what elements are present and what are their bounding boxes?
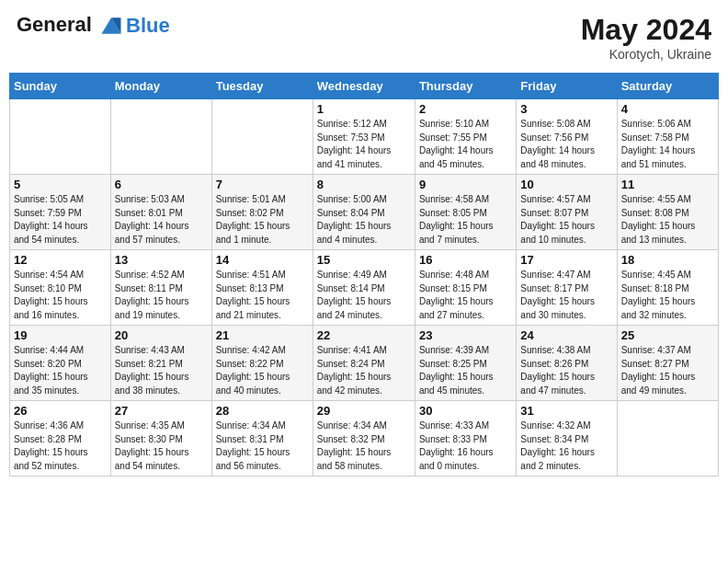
calendar-cell: 11Sunrise: 4:55 AMSunset: 8:08 PMDayligh… [617,175,718,250]
day-of-week-header: Friday [517,74,617,99]
day-of-week-header: Wednesday [313,74,415,99]
calendar-cell: 16Sunrise: 4:48 AMSunset: 8:15 PMDayligh… [415,250,516,326]
calendar-cell: 30Sunrise: 4:33 AMSunset: 8:33 PMDayligh… [415,401,516,477]
day-number: 30 [419,404,512,418]
day-info: Sunrise: 5:00 AMSunset: 8:04 PMDaylight:… [317,193,411,247]
day-number: 17 [520,253,612,267]
calendar-cell: 24Sunrise: 4:38 AMSunset: 8:26 PMDayligh… [517,326,617,401]
day-info: Sunrise: 4:37 AMSunset: 8:27 PMDaylight:… [621,344,714,397]
calendar-cell: 31Sunrise: 4:32 AMSunset: 8:34 PMDayligh… [517,401,617,477]
calendar-cell [211,99,313,175]
day-number: 25 [621,328,714,342]
day-number: 18 [621,253,714,267]
location-subtitle: Korotych, Ukraine [581,47,711,62]
day-info: Sunrise: 4:45 AMSunset: 8:18 PMDaylight:… [621,269,714,322]
logo-blue-text: Blue [126,14,170,37]
day-number: 20 [115,328,208,342]
day-number: 9 [419,178,512,191]
calendar-body: 1Sunrise: 5:12 AMSunset: 7:53 PMDaylight… [10,99,719,477]
day-number: 8 [317,178,411,191]
day-number: 19 [14,328,107,342]
day-of-week-header: Monday [110,74,211,99]
day-number: 27 [115,404,208,418]
day-number: 23 [419,328,512,342]
day-info: Sunrise: 5:08 AMSunset: 7:56 PMDaylight:… [520,118,612,171]
day-number: 14 [216,253,309,267]
day-number: 29 [317,404,411,418]
calendar-cell: 10Sunrise: 4:57 AMSunset: 8:07 PMDayligh… [517,175,617,250]
calendar-table: SundayMondayTuesdayWednesdayThursdayFrid… [9,73,719,477]
day-number: 4 [621,102,714,116]
calendar-cell: 5Sunrise: 5:05 AMSunset: 7:59 PMDaylight… [10,175,111,250]
logo-icon [98,13,124,39]
day-number: 13 [115,253,208,267]
title-block: May 2024 Korotych, Ukraine [581,13,711,62]
calendar-cell: 26Sunrise: 4:36 AMSunset: 8:28 PMDayligh… [10,401,111,477]
calendar-cell: 8Sunrise: 5:00 AMSunset: 8:04 PMDaylight… [313,175,415,250]
day-info: Sunrise: 5:01 AMSunset: 8:02 PMDaylight:… [216,193,309,247]
day-info: Sunrise: 4:55 AMSunset: 8:08 PMDaylight:… [621,193,714,247]
day-info: Sunrise: 4:51 AMSunset: 8:13 PMDaylight:… [216,269,309,322]
calendar-cell: 17Sunrise: 4:47 AMSunset: 8:17 PMDayligh… [517,250,617,326]
calendar-cell: 7Sunrise: 5:01 AMSunset: 8:02 PMDaylight… [211,175,313,250]
calendar-cell: 28Sunrise: 4:34 AMSunset: 8:31 PMDayligh… [211,401,313,477]
day-info: Sunrise: 4:58 AMSunset: 8:05 PMDaylight:… [419,193,512,247]
day-info: Sunrise: 5:06 AMSunset: 7:58 PMDaylight:… [621,118,714,171]
day-info: Sunrise: 4:54 AMSunset: 8:10 PMDaylight:… [14,269,107,322]
day-info: Sunrise: 5:05 AMSunset: 7:59 PMDaylight:… [14,193,107,247]
day-info: Sunrise: 4:36 AMSunset: 8:28 PMDaylight:… [14,419,107,473]
calendar-cell: 18Sunrise: 4:45 AMSunset: 8:18 PMDayligh… [617,250,718,326]
calendar-week-row: 1Sunrise: 5:12 AMSunset: 7:53 PMDaylight… [10,99,719,175]
month-title: May 2024 [581,13,711,47]
calendar-cell: 2Sunrise: 5:10 AMSunset: 7:55 PMDaylight… [415,99,516,175]
day-info: Sunrise: 5:12 AMSunset: 7:53 PMDaylight:… [317,118,411,171]
day-info: Sunrise: 4:38 AMSunset: 8:26 PMDaylight:… [520,344,612,397]
calendar-cell [110,99,211,175]
day-number: 28 [216,404,309,418]
day-info: Sunrise: 5:03 AMSunset: 8:01 PMDaylight:… [115,193,208,247]
logo: General Blue [17,13,170,39]
calendar-week-row: 5Sunrise: 5:05 AMSunset: 7:59 PMDaylight… [10,175,719,250]
calendar-cell: 20Sunrise: 4:43 AMSunset: 8:21 PMDayligh… [110,326,211,401]
calendar-cell: 29Sunrise: 4:34 AMSunset: 8:32 PMDayligh… [313,401,415,477]
day-of-week-header: Sunday [10,74,111,99]
day-number: 22 [317,328,411,342]
calendar-cell: 19Sunrise: 4:44 AMSunset: 8:20 PMDayligh… [10,326,111,401]
calendar-cell [10,99,111,175]
calendar-cell [617,401,718,477]
calendar-week-row: 19Sunrise: 4:44 AMSunset: 8:20 PMDayligh… [10,326,719,401]
logo-text: General [17,13,124,39]
day-info: Sunrise: 4:57 AMSunset: 8:07 PMDaylight:… [520,193,612,247]
day-info: Sunrise: 4:42 AMSunset: 8:22 PMDaylight:… [216,344,309,397]
day-number: 3 [520,102,612,116]
calendar-cell: 14Sunrise: 4:51 AMSunset: 8:13 PMDayligh… [211,250,313,326]
day-of-week-header: Tuesday [211,74,313,99]
day-number: 24 [520,328,612,342]
day-info: Sunrise: 4:49 AMSunset: 8:14 PMDaylight:… [317,269,411,322]
day-info: Sunrise: 4:34 AMSunset: 8:32 PMDaylight:… [317,419,411,473]
day-of-week-header: Saturday [617,74,718,99]
day-number: 12 [14,253,107,267]
calendar-cell: 13Sunrise: 4:52 AMSunset: 8:11 PMDayligh… [110,250,211,326]
day-of-week-header: Thursday [415,74,516,99]
calendar-cell: 22Sunrise: 4:41 AMSunset: 8:24 PMDayligh… [313,326,415,401]
day-number: 1 [317,102,411,116]
day-number: 21 [216,328,309,342]
day-number: 10 [520,178,612,191]
calendar-cell: 9Sunrise: 4:58 AMSunset: 8:05 PMDaylight… [415,175,516,250]
calendar-cell: 25Sunrise: 4:37 AMSunset: 8:27 PMDayligh… [617,326,718,401]
day-info: Sunrise: 4:43 AMSunset: 8:21 PMDaylight:… [115,344,208,397]
day-number: 16 [419,253,512,267]
day-number: 15 [317,253,411,267]
day-info: Sunrise: 4:35 AMSunset: 8:30 PMDaylight:… [115,419,208,473]
calendar-cell: 15Sunrise: 4:49 AMSunset: 8:14 PMDayligh… [313,250,415,326]
calendar-cell: 12Sunrise: 4:54 AMSunset: 8:10 PMDayligh… [10,250,111,326]
calendar-cell: 1Sunrise: 5:12 AMSunset: 7:53 PMDaylight… [313,99,415,175]
day-info: Sunrise: 4:41 AMSunset: 8:24 PMDaylight:… [317,344,411,397]
day-number: 7 [216,178,309,191]
calendar-cell: 27Sunrise: 4:35 AMSunset: 8:30 PMDayligh… [110,401,211,477]
calendar-cell: 21Sunrise: 4:42 AMSunset: 8:22 PMDayligh… [211,326,313,401]
day-info: Sunrise: 4:48 AMSunset: 8:15 PMDaylight:… [419,269,512,322]
day-info: Sunrise: 4:52 AMSunset: 8:11 PMDaylight:… [115,269,208,322]
day-info: Sunrise: 4:34 AMSunset: 8:31 PMDaylight:… [216,419,309,473]
